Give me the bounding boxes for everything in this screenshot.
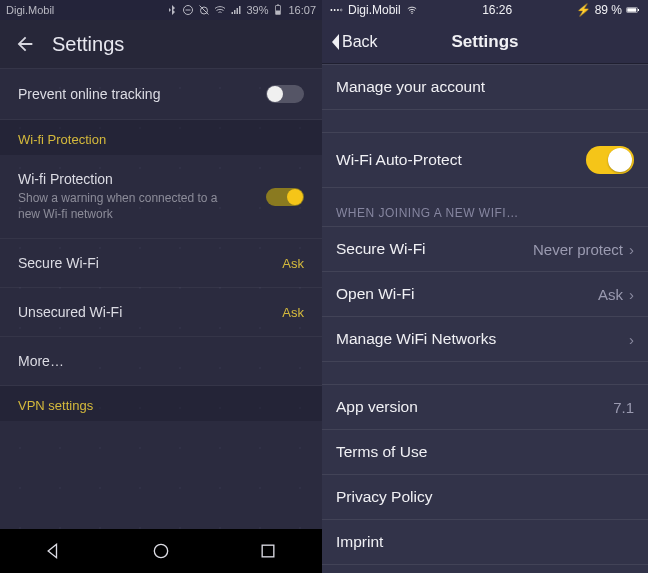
row-secure-wifi[interactable]: Secure Wi-Fi Never protect› — [322, 226, 648, 272]
row-label: Terms of Use — [336, 443, 427, 461]
row-label: Wi-fi Protection — [18, 171, 228, 187]
svg-point-10 — [340, 9, 342, 11]
row-label: Secure Wi-Fi — [18, 255, 99, 271]
svg-point-5 — [154, 544, 167, 557]
row-unsecured-wifi[interactable]: Unsecured Wi-Fi Ask — [0, 288, 322, 337]
section-wifi-protection: Wi-fi Protection — [0, 120, 322, 155]
row-label: App version — [336, 398, 418, 416]
android-navbar — [0, 529, 322, 573]
row-value: Ask — [282, 305, 304, 320]
battery-icon — [626, 5, 640, 15]
row-wifi-autoprotect[interactable]: Wi-Fi Auto-Protect — [322, 132, 648, 188]
toggle-prevent-tracking[interactable] — [266, 85, 304, 103]
group-header-new-wifi: WHEN JOINING A NEW WIFI… — [322, 188, 648, 226]
row-manage-wifi-networks[interactable]: Manage WiFi Networks › — [322, 317, 648, 362]
dnd-icon — [182, 4, 194, 16]
row-label: Open Wi-Fi — [336, 285, 414, 303]
svg-point-8 — [334, 9, 336, 11]
battery-icon — [272, 4, 284, 16]
chevron-left-icon — [328, 32, 342, 52]
row-value: 7.1 — [613, 399, 634, 416]
row-label: Secure Wi-Fi — [336, 240, 426, 258]
row-privacy-policy[interactable]: Privacy Policy — [322, 475, 648, 520]
row-label: Manage WiFi Networks — [336, 330, 496, 348]
svg-point-7 — [330, 9, 332, 11]
row-sublabel: Show a warning when connected to a new W… — [18, 190, 228, 222]
android-statusbar: Digi.Mobil 39% 16:07 — [0, 0, 322, 20]
row-label: Unsecured Wi-Fi — [18, 304, 122, 320]
clock-label: 16:07 — [288, 4, 316, 16]
row-label: Imprint — [336, 533, 383, 551]
status-icons: 39% 16:07 — [166, 4, 316, 16]
carrier-label: Digi.Mobil — [348, 3, 401, 17]
page-title: Settings — [451, 32, 518, 52]
battery-pct: 89 % — [595, 3, 622, 17]
svg-rect-14 — [638, 9, 639, 11]
bluetooth-icon — [166, 4, 178, 16]
row-terms-of-use[interactable]: Terms of Use — [322, 430, 648, 475]
svg-rect-13 — [627, 8, 636, 12]
carrier-label: Digi.Mobil — [6, 4, 54, 16]
row-label: Prevent online tracking — [18, 86, 160, 102]
alarm-off-icon — [198, 4, 210, 16]
nav-back-icon[interactable] — [44, 541, 64, 561]
row-label: Privacy Policy — [336, 488, 432, 506]
wifi-icon — [214, 4, 226, 16]
android-screen: Digi.Mobil 39% 16:07 Settings Prevent on… — [0, 0, 322, 573]
row-manage-account[interactable]: Manage your account — [322, 65, 648, 110]
row-value: Ask — [598, 286, 623, 303]
row-label: More… — [18, 353, 64, 369]
nav-recent-icon[interactable] — [258, 541, 278, 561]
ios-screen: Digi.Mobil 16:26 ⚡ 89 % Back Settings Ma… — [322, 0, 648, 573]
battery-pct: 39% — [246, 4, 268, 16]
toggle-wifi-protection[interactable] — [266, 188, 304, 206]
charging-icon: ⚡ — [576, 3, 591, 17]
toggle-wifi-autoprotect[interactable] — [586, 146, 634, 174]
row-wifi-protection[interactable]: Wi-fi Protection Show a warning when con… — [0, 155, 322, 239]
ios-navbar: Back Settings — [322, 20, 648, 64]
chevron-right-icon: › — [629, 241, 634, 258]
back-arrow-icon[interactable] — [14, 33, 36, 55]
svg-rect-3 — [276, 11, 280, 15]
clock-label: 16:26 — [482, 3, 512, 17]
signal-icon — [230, 4, 242, 16]
page-title: Settings — [52, 33, 124, 56]
row-imprint[interactable]: Imprint — [322, 520, 648, 565]
svg-rect-4 — [277, 5, 279, 6]
row-app-version: App version 7.1 — [322, 384, 648, 430]
row-label: Wi-Fi Auto-Protect — [336, 151, 462, 169]
signal-dots-icon — [330, 5, 344, 15]
row-prevent-tracking[interactable]: Prevent online tracking — [0, 69, 322, 120]
ios-statusbar: Digi.Mobil 16:26 ⚡ 89 % — [322, 0, 648, 20]
svg-rect-6 — [262, 545, 274, 557]
row-label: Manage your account — [336, 78, 485, 96]
row-value: Ask — [282, 256, 304, 271]
chevron-right-icon: › — [629, 331, 634, 348]
ios-settings-list: Manage your account Wi-Fi Auto-Protect W… — [322, 64, 648, 573]
row-more[interactable]: More… — [0, 337, 322, 386]
svg-point-11 — [411, 13, 412, 14]
row-secure-wifi[interactable]: Secure Wi-Fi Ask — [0, 239, 322, 288]
svg-point-9 — [337, 9, 339, 11]
section-vpn-settings: VPN settings — [0, 386, 322, 421]
back-button[interactable]: Back — [328, 32, 378, 52]
wifi-icon — [405, 5, 419, 15]
chevron-right-icon: › — [629, 286, 634, 303]
android-settings-list: Prevent online tracking Wi-fi Protection… — [0, 68, 322, 529]
back-label: Back — [342, 33, 378, 51]
android-appbar: Settings — [0, 20, 322, 68]
nav-home-icon[interactable] — [151, 541, 171, 561]
row-open-wifi[interactable]: Open Wi-Fi Ask› — [322, 272, 648, 317]
row-value: Never protect — [533, 241, 623, 258]
